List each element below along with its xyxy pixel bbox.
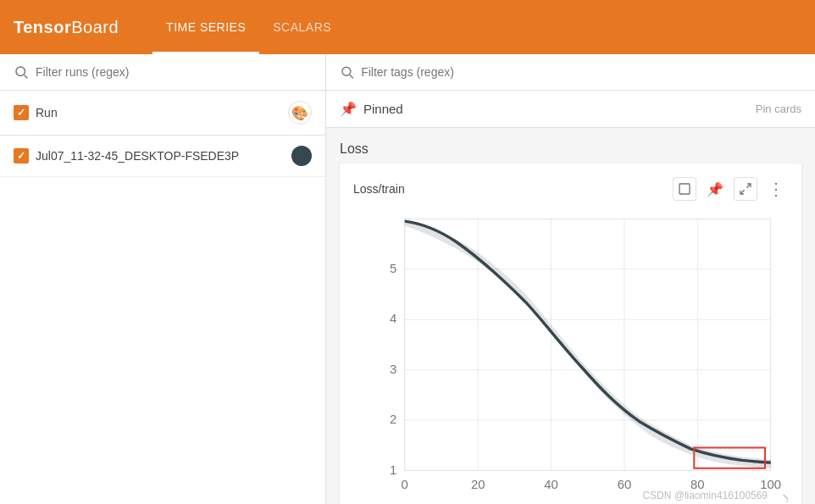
runs-header: Run 🎨 [0,91,325,136]
logo-tensor: Tensor [14,18,71,36]
pin-chart-icon: 📌 [707,181,724,197]
svg-text:3: 3 [390,363,396,376]
tab-scalars[interactable]: SCALARS [259,0,345,54]
runs-label: Run [14,105,58,120]
chart-svg-container: 1 2 3 4 5 0 20 40 60 80 100 [353,208,788,504]
svg-text:1: 1 [390,463,396,477]
loss-section: Loss Loss/train 📌 [326,135,815,504]
run-item: Jul07_11-32-45_DESKTOP-FSEDE3P [0,136,325,177]
run-checkbox[interactable] [14,148,29,163]
more-button[interactable]: ⋮ [764,177,788,201]
tags-filter-area [326,54,815,91]
svg-line-3 [350,75,353,79]
logo-board: Board [71,18,119,36]
pin-icon: 📌 [340,101,357,117]
loss-title: Loss [340,141,801,157]
run-color-dot[interactable] [291,146,312,166]
watermark: CSDN @liaomin416100569 [340,490,774,501]
svg-rect-4 [679,184,690,194]
header: TensorBoard TIME SERIES SCALARS [0,0,815,54]
pin-chart-button[interactable]: 📌 [703,177,727,201]
svg-text:4: 4 [390,312,396,325]
run-checkbox-all[interactable] [14,105,29,120]
sidebar: Run 🎨 Jul07_11-32-45_DESKTOP-FSEDE3P [0,54,326,504]
svg-text:2: 2 [390,413,396,426]
pin-cards-text[interactable]: Pin cards [756,102,801,115]
svg-point-0 [16,67,25,76]
fullscreen-button[interactable] [734,177,757,201]
search-icon-tags [340,64,354,80]
chart-header: Loss/train 📌 [353,177,788,201]
sidebar-filter-area [0,54,325,91]
filter-tags-input[interactable] [361,65,801,79]
pinned-label: 📌 Pinned [340,101,403,117]
svg-text:5: 5 [390,262,396,275]
tab-time-series[interactable]: TIME SERIES [152,0,259,54]
right-panel: 📌 Pinned Pin cards Loss Loss/train [326,54,815,504]
search-icon [14,64,29,80]
pinned-section: 📌 Pinned Pin cards [326,91,815,128]
chart-card: Loss/train 📌 [340,163,801,504]
expand-icon [678,182,691,196]
fullscreen-icon [739,182,752,196]
palette-icon[interactable]: 🎨 [288,101,312,125]
svg-line-5 [746,184,751,188]
svg-rect-7 [405,219,771,471]
filter-runs-input[interactable] [36,65,312,79]
main-layout: Run 🎨 Jul07_11-32-45_DESKTOP-FSEDE3P 📌 [0,54,815,504]
chart-title: Loss/train [353,182,405,196]
svg-text:↘: ↘ [781,490,788,504]
svg-point-2 [342,67,351,75]
logo-text: TensorBoard [14,18,119,37]
run-item-label: Jul07_11-32-45_DESKTOP-FSEDE3P [14,148,239,163]
svg-line-1 [25,75,28,79]
svg-line-6 [740,190,745,194]
expand-button[interactable] [673,177,696,201]
loss-chart: 1 2 3 4 5 0 20 40 60 80 100 [353,208,788,504]
chart-actions: 📌 ⋮ [673,177,788,201]
logo-area: TensorBoard [14,18,119,37]
